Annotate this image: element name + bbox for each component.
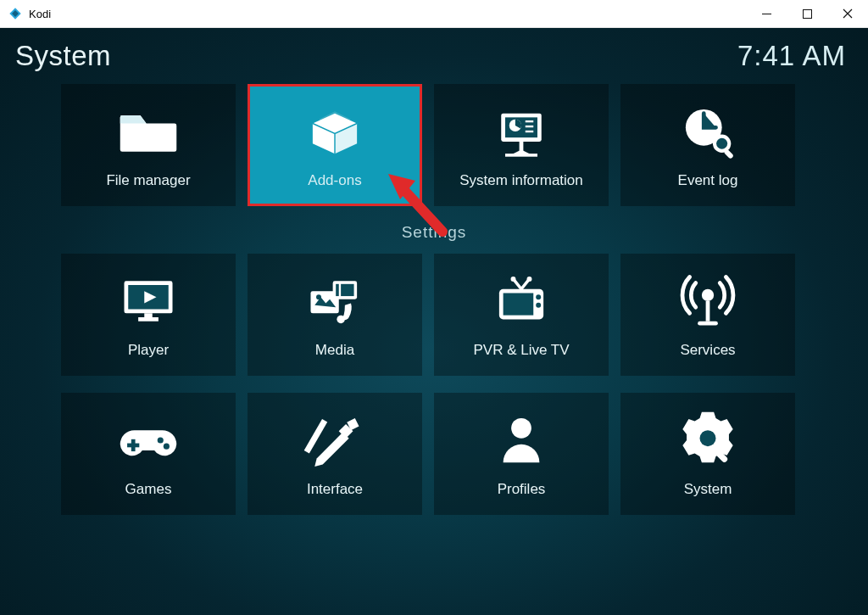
box-icon <box>303 101 367 162</box>
tile-system[interactable]: System <box>620 393 795 515</box>
window-titlebar: Kodi <box>0 0 868 28</box>
window-title: Kodi <box>29 8 51 20</box>
tile-label: Profiles <box>498 481 546 498</box>
settings-section-label: Settings <box>61 223 807 242</box>
tile-label: Media <box>315 342 354 359</box>
tile-event-log[interactable]: Event log <box>620 84 795 206</box>
svg-point-36 <box>164 444 170 450</box>
page-title: System <box>15 40 111 72</box>
maximize-button[interactable] <box>787 0 827 27</box>
tile-file-manager[interactable]: File manager <box>61 84 236 206</box>
svg-rect-34 <box>127 444 139 448</box>
broadcast-icon <box>676 271 740 332</box>
media-library-icon <box>303 271 367 332</box>
person-icon <box>489 410 554 471</box>
svg-rect-5 <box>526 120 534 122</box>
svg-rect-7 <box>526 131 534 132</box>
svg-point-40 <box>700 430 716 446</box>
tile-addons[interactable]: Add-ons <box>248 84 422 206</box>
svg-point-12 <box>716 138 727 149</box>
svg-rect-21 <box>336 284 339 296</box>
svg-rect-27 <box>504 294 534 316</box>
tile-profiles[interactable]: Profiles <box>434 393 609 515</box>
app-header: System 7:41 AM <box>0 28 868 72</box>
svg-rect-22 <box>341 284 353 296</box>
svg-point-23 <box>337 316 345 324</box>
window-controls <box>746 0 868 27</box>
tile-player[interactable]: Player <box>61 254 236 376</box>
tile-label: Interface <box>307 481 363 498</box>
tile-label: PVR & Live TV <box>473 342 569 359</box>
svg-point-30 <box>702 289 714 301</box>
settings-row-2: Games Interface <box>61 393 807 515</box>
tile-label: File manager <box>106 172 190 189</box>
tile-grid: File manager Add-ons <box>0 72 868 557</box>
svg-rect-6 <box>526 126 534 127</box>
tile-label: Services <box>680 342 735 359</box>
svg-rect-1 <box>803 9 811 18</box>
svg-rect-32 <box>698 321 718 326</box>
svg-point-19 <box>316 294 321 299</box>
svg-rect-9 <box>505 154 537 157</box>
titlebar-left: Kodi <box>0 7 51 20</box>
gamepad-icon <box>116 410 181 471</box>
tile-label: Games <box>125 481 172 498</box>
tile-label: Event log <box>678 172 738 189</box>
tile-label: Player <box>128 342 169 359</box>
tile-services[interactable]: Services <box>620 254 795 376</box>
tile-system-information[interactable]: System information <box>434 84 609 206</box>
svg-point-28 <box>536 294 541 299</box>
tile-label: Add-ons <box>308 172 361 189</box>
svg-point-39 <box>511 418 531 439</box>
monitor-play-icon <box>116 271 181 332</box>
svg-rect-38 <box>304 419 328 454</box>
clock-search-icon <box>676 101 740 162</box>
close-button[interactable] <box>827 0 868 27</box>
tv-icon <box>489 271 554 332</box>
svg-rect-0 <box>762 14 771 14</box>
svg-rect-17 <box>144 313 153 317</box>
app-body: System 7:41 AM File manager <box>0 28 868 615</box>
svg-rect-31 <box>706 301 710 321</box>
top-tile-row: File manager Add-ons <box>61 84 807 206</box>
settings-row-1: Player Media <box>61 254 807 376</box>
tile-label: System <box>684 481 732 498</box>
svg-point-24 <box>511 277 516 282</box>
kodi-app-icon <box>8 7 22 20</box>
presentation-chart-icon <box>489 101 554 162</box>
gear-tool-icon <box>676 410 740 471</box>
tile-label: System information <box>459 172 583 189</box>
tile-media[interactable]: Media <box>248 254 422 376</box>
svg-point-25 <box>527 277 532 282</box>
tile-games[interactable]: Games <box>61 393 236 515</box>
design-tools-icon <box>303 410 367 471</box>
tile-interface[interactable]: Interface <box>248 393 422 515</box>
clock: 7:41 AM <box>737 40 846 72</box>
svg-point-35 <box>158 437 164 443</box>
folder-icon <box>116 101 181 162</box>
svg-rect-16 <box>138 317 159 321</box>
minimize-button[interactable] <box>746 0 787 27</box>
tile-pvr-live-tv[interactable]: PVR & Live TV <box>434 254 609 376</box>
svg-point-29 <box>536 303 541 308</box>
